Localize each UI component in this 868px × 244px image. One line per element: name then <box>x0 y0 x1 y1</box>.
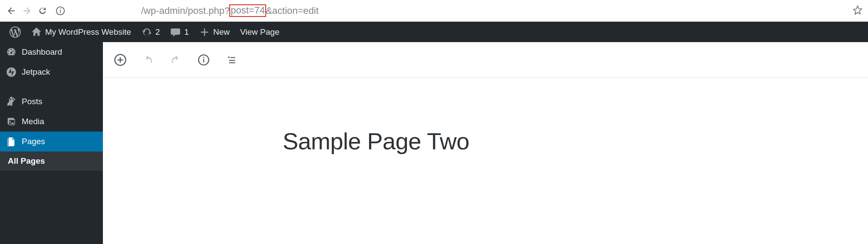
svg-rect-11 <box>229 60 235 61</box>
wp-logo-menu[interactable] <box>4 22 26 42</box>
editor-content[interactable]: Sample Page Two <box>103 78 868 155</box>
url-suffix: &action=edit <box>266 5 319 16</box>
sidebar-label: Posts <box>22 97 43 106</box>
forward-button[interactable] <box>19 3 35 19</box>
sidebar-item-jetpack[interactable]: Jetpack <box>0 62 103 82</box>
sidebar-item-pages[interactable]: Pages <box>0 132 103 152</box>
updates-menu[interactable]: 2 <box>136 22 165 42</box>
editor-area: Sample Page Two <box>103 42 868 244</box>
block-navigation-button[interactable] <box>224 52 239 68</box>
svg-rect-7 <box>203 57 204 58</box>
new-content-menu[interactable]: New <box>194 22 235 42</box>
bookmark-star-icon[interactable] <box>852 5 863 17</box>
site-home-menu[interactable]: My WordPress Website <box>26 22 136 42</box>
svg-rect-2 <box>60 8 61 9</box>
url-display[interactable]: /wp-admin/post.php?post=74&action=edit <box>141 4 319 16</box>
sidebar-label: Jetpack <box>22 67 50 77</box>
url-highlight: post=74 <box>229 4 266 16</box>
updates-count: 2 <box>155 27 160 37</box>
browser-toolbar: /wp-admin/post.php?post=74&action=edit <box>0 0 868 22</box>
comments-menu[interactable]: 1 <box>165 22 194 42</box>
sidebar-subitem-all-pages[interactable]: All Pages <box>0 152 103 171</box>
view-page-link[interactable]: View Page <box>235 22 285 42</box>
sidebar-separator <box>0 82 103 92</box>
view-page-label: View Page <box>240 27 280 37</box>
sidebar-item-media[interactable]: Media <box>0 112 103 132</box>
sidebar-submenu-pages: All Pages <box>0 152 103 171</box>
sidebar-item-dashboard[interactable]: Dashboard <box>0 42 103 62</box>
svg-rect-1 <box>60 10 61 13</box>
sidebar-label: Pages <box>22 137 45 146</box>
svg-rect-13 <box>229 62 235 63</box>
sidebar-label: Media <box>22 117 44 126</box>
page-title-input[interactable]: Sample Page Two <box>283 128 688 155</box>
sidebar-item-posts[interactable]: Posts <box>0 92 103 112</box>
add-block-button[interactable] <box>112 52 128 68</box>
admin-sidebar: Dashboard Jetpack Posts Media Pages All … <box>0 42 103 244</box>
sidebar-label: Dashboard <box>22 47 62 57</box>
url-prefix: /wp-admin/post.php? <box>141 5 230 16</box>
svg-rect-8 <box>228 56 229 58</box>
undo-button[interactable] <box>140 52 156 68</box>
new-label: New <box>213 27 230 37</box>
comments-count: 1 <box>184 27 189 37</box>
svg-rect-9 <box>231 57 235 58</box>
site-title-label: My WordPress Website <box>45 27 131 37</box>
reload-button[interactable] <box>35 3 50 19</box>
svg-point-3 <box>7 67 16 77</box>
redo-button[interactable] <box>168 52 184 68</box>
content-info-button[interactable] <box>196 52 211 68</box>
wp-admin-bar: My WordPress Website 2 1 New View Page <box>0 22 868 42</box>
site-info-icon[interactable] <box>56 6 65 16</box>
editor-toolbar <box>103 42 868 78</box>
back-button[interactable] <box>3 3 19 19</box>
svg-rect-6 <box>203 59 204 62</box>
